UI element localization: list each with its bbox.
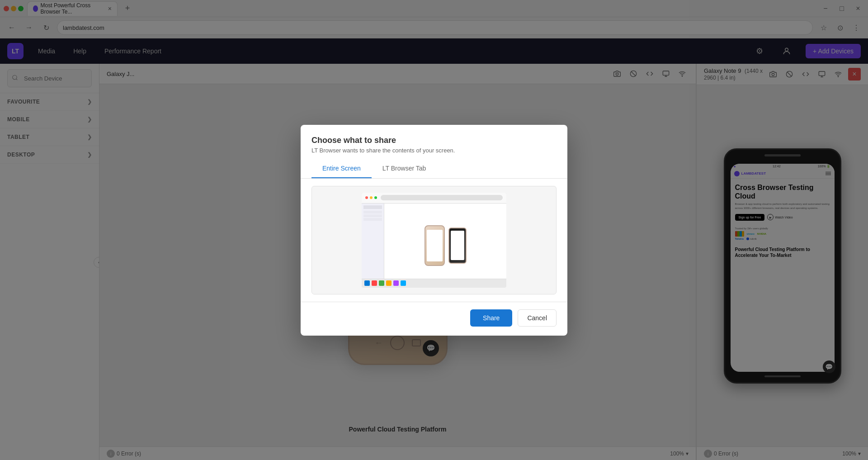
share-modal: Choose what to share LT Browser wants to… <box>301 125 567 336</box>
preview-dot-min <box>370 196 373 199</box>
share-button[interactable]: Share <box>470 309 512 327</box>
cancel-button[interactable]: Cancel <box>518 309 557 327</box>
modal-subtitle: LT Browser wants to share the contents o… <box>311 147 557 154</box>
modal-body <box>301 179 567 302</box>
tab-lt-browser[interactable]: LT Browser Tab <box>372 159 437 178</box>
taskbar-icon-1 <box>364 280 370 286</box>
preview-dot-max <box>374 196 377 199</box>
preview-address-bar <box>381 195 503 200</box>
taskbar-icon-3 <box>379 280 384 286</box>
modal-overlay: Choose what to share LT Browser wants to… <box>0 0 868 460</box>
preview-browser-top <box>362 193 506 204</box>
preview-phone-2 <box>448 228 467 264</box>
taskbar-icon-2 <box>372 280 377 286</box>
preview-phone-1 <box>425 225 445 266</box>
modal-footer: Share Cancel <box>301 302 567 336</box>
preview-phone-screen-1 <box>427 230 443 261</box>
tab-entire-screen[interactable]: Entire Screen <box>311 159 372 178</box>
screen-preview-inner <box>362 193 506 288</box>
modal-title: Choose what to share <box>311 136 557 145</box>
taskbar-icon-6 <box>401 280 406 286</box>
preview-taskbar <box>362 279 506 288</box>
taskbar-icon-5 <box>393 280 399 286</box>
preview-main-area <box>384 204 506 288</box>
preview-content <box>362 204 506 288</box>
preview-dot-close <box>365 196 368 199</box>
taskbar-icon-4 <box>386 280 392 286</box>
modal-header: Choose what to share LT Browser wants to… <box>301 125 567 159</box>
preview-sidebar-mini <box>362 204 384 288</box>
preview-phone-screen-2 <box>451 231 464 260</box>
screen-preview <box>311 186 557 294</box>
modal-tabs: Entire Screen LT Browser Tab <box>301 159 567 179</box>
